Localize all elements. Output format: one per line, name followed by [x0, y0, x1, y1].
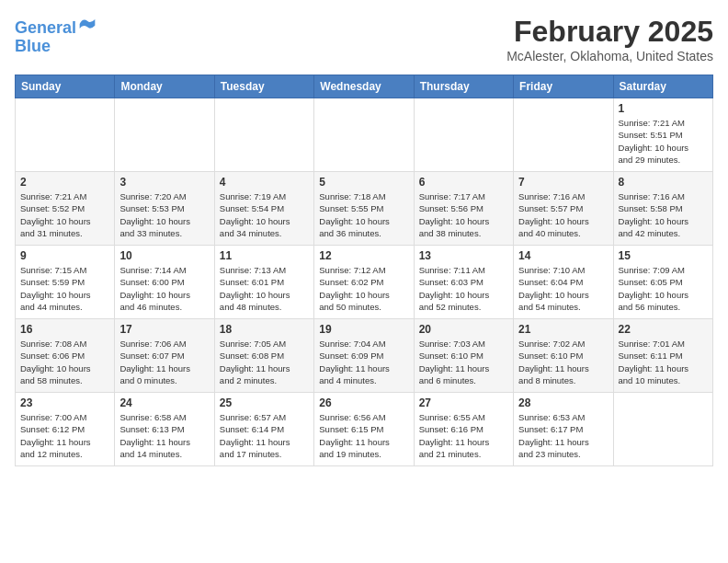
calendar-table: SundayMondayTuesdayWednesdayThursdayFrid… — [15, 75, 713, 466]
calendar-cell: 23Sunrise: 7:00 AM Sunset: 6:12 PM Dayli… — [16, 393, 115, 466]
day-number: 5 — [319, 176, 408, 189]
day-info: Sunrise: 6:55 AM Sunset: 6:16 PM Dayligh… — [419, 411, 508, 460]
day-info: Sunrise: 7:13 AM Sunset: 6:01 PM Dayligh… — [220, 264, 309, 313]
day-header-thursday: Thursday — [414, 75, 513, 98]
calendar-cell — [314, 98, 414, 172]
calendar-cell — [414, 98, 513, 172]
day-number: 1 — [619, 102, 708, 115]
day-number: 23 — [20, 396, 109, 409]
day-info: Sunrise: 7:21 AM Sunset: 5:51 PM Dayligh… — [619, 117, 708, 166]
calendar-cell: 27Sunrise: 6:55 AM Sunset: 6:16 PM Dayli… — [414, 393, 513, 466]
calendar-cell: 4Sunrise: 7:19 AM Sunset: 5:54 PM Daylig… — [214, 172, 313, 246]
logo-text: General Blue — [15, 15, 97, 56]
day-number: 24 — [119, 396, 209, 409]
day-info: Sunrise: 7:04 AM Sunset: 6:09 PM Dayligh… — [319, 338, 408, 386]
calendar-cell — [514, 98, 613, 172]
calendar-cell: 19Sunrise: 7:04 AM Sunset: 6:09 PM Dayli… — [314, 319, 414, 393]
day-number: 18 — [220, 323, 309, 336]
calendar-week-2: 2Sunrise: 7:21 AM Sunset: 5:52 PM Daylig… — [16, 172, 713, 246]
day-info: Sunrise: 7:11 AM Sunset: 6:03 PM Dayligh… — [419, 264, 508, 313]
day-number: 21 — [518, 323, 608, 336]
calendar-cell: 22Sunrise: 7:01 AM Sunset: 6:11 PM Dayli… — [613, 319, 712, 393]
calendar-week-3: 9Sunrise: 7:15 AM Sunset: 5:59 PM Daylig… — [16, 246, 713, 319]
title-block: February 2025 McAlester, Oklahoma, Unite… — [506, 15, 713, 63]
day-info: Sunrise: 7:08 AM Sunset: 6:06 PM Dayligh… — [20, 338, 109, 386]
day-number: 9 — [20, 249, 109, 262]
day-header-monday: Monday — [115, 75, 214, 98]
day-number: 20 — [419, 323, 508, 336]
day-number: 19 — [319, 323, 408, 336]
calendar-cell: 24Sunrise: 6:58 AM Sunset: 6:13 PM Dayli… — [115, 393, 214, 466]
day-number: 12 — [319, 249, 408, 262]
day-header-saturday: Saturday — [613, 75, 712, 98]
day-number: 16 — [20, 323, 109, 336]
day-number: 6 — [419, 176, 508, 189]
calendar-cell: 28Sunrise: 6:53 AM Sunset: 6:17 PM Dayli… — [514, 393, 613, 466]
calendar-cell: 2Sunrise: 7:21 AM Sunset: 5:52 PM Daylig… — [16, 172, 115, 246]
day-number: 3 — [119, 176, 209, 189]
day-info: Sunrise: 7:02 AM Sunset: 6:10 PM Dayligh… — [518, 338, 608, 386]
day-info: Sunrise: 7:17 AM Sunset: 5:56 PM Dayligh… — [419, 190, 508, 239]
day-number: 17 — [119, 323, 209, 336]
calendar-cell: 21Sunrise: 7:02 AM Sunset: 6:10 PM Dayli… — [514, 319, 613, 393]
calendar-cell: 11Sunrise: 7:13 AM Sunset: 6:01 PM Dayli… — [214, 246, 313, 319]
calendar-cell: 3Sunrise: 7:20 AM Sunset: 5:53 PM Daylig… — [115, 172, 214, 246]
day-number: 28 — [518, 396, 608, 409]
calendar-cell — [613, 393, 712, 466]
day-number: 4 — [220, 176, 309, 189]
day-number: 26 — [319, 396, 408, 409]
day-info: Sunrise: 6:56 AM Sunset: 6:15 PM Dayligh… — [319, 411, 408, 460]
calendar-cell: 10Sunrise: 7:14 AM Sunset: 6:00 PM Dayli… — [115, 246, 214, 319]
day-info: Sunrise: 7:06 AM Sunset: 6:07 PM Dayligh… — [119, 338, 209, 386]
day-number: 10 — [119, 249, 209, 262]
day-info: Sunrise: 7:21 AM Sunset: 5:52 PM Dayligh… — [20, 190, 109, 239]
calendar-header-row: SundayMondayTuesdayWednesdayThursdayFrid… — [16, 75, 713, 98]
day-info: Sunrise: 7:10 AM Sunset: 6:04 PM Dayligh… — [518, 264, 608, 313]
page-header: General Blue February 2025 McAlester, Ok… — [15, 15, 713, 63]
day-number: 14 — [518, 249, 608, 262]
day-number: 7 — [518, 176, 608, 189]
day-info: Sunrise: 7:18 AM Sunset: 5:55 PM Dayligh… — [319, 190, 408, 239]
calendar-cell: 6Sunrise: 7:17 AM Sunset: 5:56 PM Daylig… — [414, 172, 513, 246]
calendar-cell: 13Sunrise: 7:11 AM Sunset: 6:03 PM Dayli… — [414, 246, 513, 319]
day-info: Sunrise: 7:19 AM Sunset: 5:54 PM Dayligh… — [220, 190, 309, 239]
day-number: 13 — [419, 249, 508, 262]
calendar-cell: 15Sunrise: 7:09 AM Sunset: 6:05 PM Dayli… — [613, 246, 712, 319]
calendar-week-1: 1Sunrise: 7:21 AM Sunset: 5:51 PM Daylig… — [16, 98, 713, 172]
day-header-friday: Friday — [514, 75, 613, 98]
calendar-cell: 20Sunrise: 7:03 AM Sunset: 6:10 PM Dayli… — [414, 319, 513, 393]
day-header-sunday: Sunday — [16, 75, 115, 98]
day-info: Sunrise: 6:57 AM Sunset: 6:14 PM Dayligh… — [220, 411, 309, 460]
calendar-cell: 25Sunrise: 6:57 AM Sunset: 6:14 PM Dayli… — [214, 393, 313, 466]
day-header-tuesday: Tuesday — [214, 75, 313, 98]
calendar-cell: 5Sunrise: 7:18 AM Sunset: 5:55 PM Daylig… — [314, 172, 414, 246]
day-header-wednesday: Wednesday — [314, 75, 414, 98]
day-info: Sunrise: 7:05 AM Sunset: 6:08 PM Dayligh… — [220, 338, 309, 386]
day-number: 8 — [619, 176, 708, 189]
logo: General Blue — [15, 15, 97, 56]
calendar-week-5: 23Sunrise: 7:00 AM Sunset: 6:12 PM Dayli… — [16, 393, 713, 466]
calendar-cell — [16, 98, 115, 172]
day-info: Sunrise: 6:53 AM Sunset: 6:17 PM Dayligh… — [518, 411, 608, 460]
day-info: Sunrise: 7:03 AM Sunset: 6:10 PM Dayligh… — [419, 338, 508, 386]
day-info: Sunrise: 7:16 AM Sunset: 5:58 PM Dayligh… — [619, 190, 708, 239]
day-info: Sunrise: 7:14 AM Sunset: 6:00 PM Dayligh… — [119, 264, 209, 313]
calendar-cell — [115, 98, 214, 172]
day-info: Sunrise: 7:12 AM Sunset: 6:02 PM Dayligh… — [319, 264, 408, 313]
calendar-cell: 17Sunrise: 7:06 AM Sunset: 6:07 PM Dayli… — [115, 319, 214, 393]
day-info: Sunrise: 7:01 AM Sunset: 6:11 PM Dayligh… — [619, 338, 708, 386]
month-title: February 2025 — [506, 15, 713, 49]
day-number: 22 — [619, 323, 708, 336]
calendar-cell: 16Sunrise: 7:08 AM Sunset: 6:06 PM Dayli… — [16, 319, 115, 393]
day-number: 2 — [20, 176, 109, 189]
day-info: Sunrise: 7:20 AM Sunset: 5:53 PM Dayligh… — [119, 190, 209, 239]
calendar-cell: 18Sunrise: 7:05 AM Sunset: 6:08 PM Dayli… — [214, 319, 313, 393]
day-info: Sunrise: 7:00 AM Sunset: 6:12 PM Dayligh… — [20, 411, 109, 460]
calendar-cell: 12Sunrise: 7:12 AM Sunset: 6:02 PM Dayli… — [314, 246, 414, 319]
calendar-cell: 14Sunrise: 7:10 AM Sunset: 6:04 PM Dayli… — [514, 246, 613, 319]
location: McAlester, Oklahoma, United States — [506, 49, 713, 63]
calendar-cell: 8Sunrise: 7:16 AM Sunset: 5:58 PM Daylig… — [613, 172, 712, 246]
day-number: 15 — [619, 249, 708, 262]
day-number: 25 — [220, 396, 309, 409]
day-number: 11 — [220, 249, 309, 262]
